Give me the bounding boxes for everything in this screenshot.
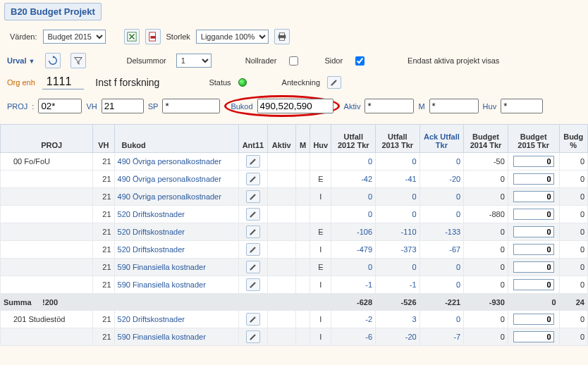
- proj-filter-input[interactable]: [38, 99, 82, 113]
- edit-row-button[interactable]: [246, 330, 260, 343]
- bukod-link[interactable]: 590 Finansiella kostnader: [118, 333, 206, 341]
- cell-b14: 0: [464, 311, 508, 328]
- cell-proj: [1, 241, 93, 259]
- cell-b15: [508, 171, 559, 188]
- budget2015-input[interactable]: [513, 156, 554, 167]
- data-table: PROJ VH Bukod Ant11 Aktiv M Huv Utfall 2…: [0, 124, 588, 346]
- urval-dropdown[interactable]: Urval ▼: [7, 56, 35, 65]
- budget2015-input[interactable]: [513, 314, 554, 325]
- edit-row-button[interactable]: [246, 243, 260, 256]
- cell-aktiv: [267, 188, 295, 206]
- col-m[interactable]: M: [295, 125, 310, 153]
- budget2015-input[interactable]: [513, 173, 554, 185]
- storlek-select[interactable]: Liggande 100%: [196, 30, 269, 44]
- cell-b15: [508, 276, 559, 294]
- budget2015-input[interactable]: [513, 261, 554, 273]
- filter-icon[interactable]: [71, 53, 86, 68]
- bukod-filter-input[interactable]: [257, 99, 333, 113]
- col-huv[interactable]: Huv: [310, 125, 331, 153]
- table-row: 21520 DriftskostnaderI-479-373-6700: [1, 241, 588, 259]
- col-aktiv[interactable]: Aktiv: [267, 125, 295, 153]
- col-ant11[interactable]: Ant11: [239, 125, 267, 153]
- m-filter-input[interactable]: [429, 99, 479, 113]
- bukod-link[interactable]: 490 Övriga personalkostnader: [118, 175, 221, 183]
- col-utfall2012[interactable]: Utfall 2012 Tkr: [331, 125, 376, 153]
- vh-filter-input[interactable]: [102, 99, 144, 113]
- edit-row-button[interactable]: [246, 261, 260, 273]
- budget2015-input[interactable]: [513, 244, 554, 255]
- cell-bukod: 520 Driftskostnader: [114, 311, 239, 328]
- cell-ant11: [239, 311, 267, 328]
- budget2015-input[interactable]: [513, 209, 554, 220]
- delsummor-select[interactable]: 1: [176, 54, 212, 68]
- bukod-link[interactable]: 520 Driftskostnader: [118, 210, 185, 218]
- sp-label: SP: [148, 102, 159, 111]
- cell-bukod: 590 Finansiella kostnader: [114, 328, 239, 346]
- toolbar-row-2: Urval ▼ Delsummor 1 Nollrader Sidor Enda…: [0, 50, 588, 74]
- cell-vh: 21: [93, 188, 114, 206]
- col-budgpct[interactable]: Budg %: [559, 125, 588, 153]
- cell-ant11: [239, 153, 267, 171]
- edit-row-button[interactable]: [246, 278, 260, 291]
- cell-vh: 21: [93, 311, 114, 328]
- col-budget2015[interactable]: Budget 2015 Tkr: [508, 125, 559, 153]
- cell-b15: [508, 241, 559, 259]
- table-header-row: PROJ VH Bukod Ant11 Aktiv M Huv Utfall 2…: [1, 125, 588, 153]
- sum-ack: -221: [419, 294, 464, 311]
- excel-icon[interactable]: [124, 29, 140, 44]
- table-row: 21520 DriftskostnaderE-106-110-13300: [1, 223, 588, 241]
- orgenh-value[interactable]: 1111: [42, 75, 85, 89]
- edit-row-button[interactable]: [246, 313, 260, 326]
- aktiv-filter-input[interactable]: [365, 99, 414, 113]
- col-vh[interactable]: VH: [93, 125, 114, 153]
- cell-ant11: [239, 171, 267, 188]
- bukod-link[interactable]: 520 Driftskostnader: [118, 228, 185, 236]
- anteckning-edit-button[interactable]: [327, 76, 341, 89]
- refresh-icon[interactable]: [45, 53, 61, 68]
- cell-b14: -880: [464, 206, 508, 223]
- bukod-link[interactable]: 490 Övriga personalkostnader: [118, 157, 221, 166]
- cell-ack: 0: [419, 206, 464, 223]
- huv-filter-input[interactable]: [501, 99, 543, 113]
- budget2015-input[interactable]: [513, 279, 554, 290]
- edit-row-button[interactable]: [246, 173, 260, 185]
- edit-row-button[interactable]: [246, 155, 260, 168]
- sp-filter-input[interactable]: [162, 99, 220, 113]
- cell-u13: -110: [376, 223, 420, 241]
- table-row: 21590 Finansiella kostnaderI-6-20-700: [1, 328, 588, 346]
- cell-huv: E: [310, 171, 331, 188]
- budget2015-input[interactable]: [513, 226, 554, 237]
- cell-bukod: 520 Driftskostnader: [114, 206, 239, 223]
- col-ack[interactable]: Ack Utfall Tkr: [419, 125, 464, 153]
- bukod-link[interactable]: 520 Driftskostnader: [118, 245, 185, 254]
- orgenh-label: Org enh: [7, 78, 35, 87]
- edit-row-button[interactable]: [246, 225, 260, 238]
- cell-ant11: [239, 241, 267, 259]
- col-proj[interactable]: PROJ: [1, 125, 93, 153]
- edit-row-button[interactable]: [246, 190, 260, 203]
- cell-vh: 21: [93, 328, 114, 346]
- cell-aktiv: [267, 328, 295, 346]
- col-budget2014[interactable]: Budget 2014 Tkr: [464, 125, 508, 153]
- budget2015-input[interactable]: [513, 191, 554, 202]
- cell-proj: 201 Studiestöd: [1, 311, 93, 328]
- cell-pct: 0: [559, 206, 588, 223]
- print-icon[interactable]: [274, 29, 290, 44]
- edit-row-button[interactable]: [246, 208, 260, 221]
- nollrader-checkbox[interactable]: [289, 56, 298, 66]
- bukod-link[interactable]: 490 Övriga personalkostnader: [118, 192, 221, 201]
- varden-select[interactable]: Budget 2015: [43, 30, 106, 44]
- col-bukod[interactable]: Bukod: [114, 125, 239, 153]
- bukod-link[interactable]: 520 Driftskostnader: [118, 315, 185, 323]
- budget2015-input[interactable]: [513, 331, 554, 342]
- cell-ack: 0: [419, 311, 464, 328]
- proj-label: PROJ: [7, 102, 27, 111]
- cell-huv: I: [310, 241, 331, 259]
- sidor-checkbox[interactable]: [355, 56, 365, 66]
- cell-u12: 0: [331, 206, 376, 223]
- pdf-icon[interactable]: [145, 29, 161, 44]
- bukod-link[interactable]: 590 Finansiella kostnader: [118, 263, 206, 271]
- col-utfall2013[interactable]: Utfall 2013 Tkr: [376, 125, 420, 153]
- bukod-link[interactable]: 590 Finansiella kostnader: [118, 280, 206, 289]
- cell-m: [295, 259, 310, 276]
